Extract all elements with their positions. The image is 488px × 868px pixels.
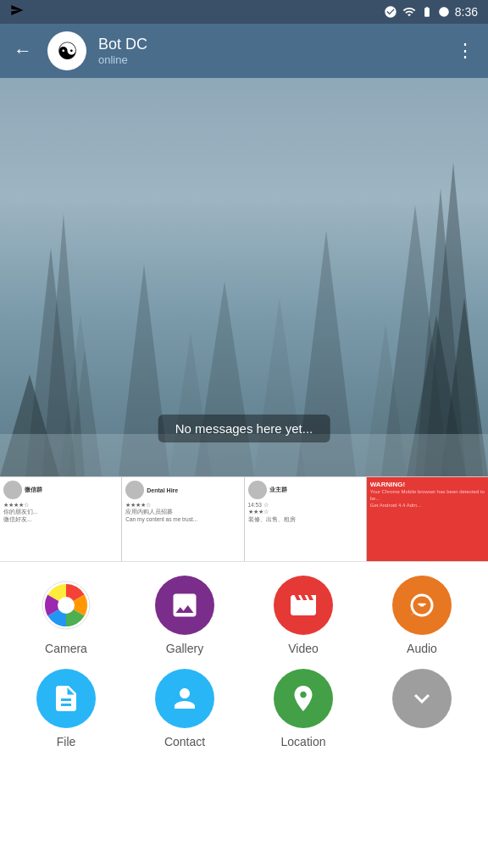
attach-contact[interactable]: Contact [125,669,244,748]
video-label: Video [288,642,319,655]
status-bar: 8:36 [0,0,488,24]
contact-icon-wrapper [155,669,214,728]
more-menu-button[interactable]: ⋮ [449,33,481,69]
location-icon-wrapper [274,669,333,728]
chat-name: Bot DC [98,36,441,53]
status-bar-left [10,3,24,20]
svg-point-0 [439,7,449,17]
chat-area: No messages here yet... [0,78,488,476]
chat-status: online [98,53,441,66]
header-info: Bot DC online [98,36,441,66]
attach-grid: Camera Gallery Video [0,576,488,755]
no-messages-text: No messages here yet... [158,415,330,442]
attach-video[interactable]: Video [244,576,363,655]
gallery-label: Gallery [166,642,203,655]
attach-gallery[interactable]: Gallery [125,576,244,655]
preview-item-4: WARNING! Your Chrome Mobile browser has … [367,477,488,561]
preview-strip: 微信群 ★★★★☆你的朋友们...微信好友... Dental Hire ★★★… [0,476,488,561]
camera-label: Camera [45,642,87,655]
status-time: 8:36 [455,5,478,19]
audio-icon-wrapper [392,576,452,635]
file-label: File [57,735,76,748]
back-button[interactable]: ← [7,33,39,69]
attach-location[interactable]: Location [244,669,363,748]
preview-avatar-2 [125,481,144,499]
preview-item-3: 业主群 14:53 ☆★★★☆装修、出售、租房 [245,477,367,561]
more-icon-wrapper [392,669,452,728]
preview-avatar-1 [3,481,22,499]
attach-camera[interactable]: Camera [7,576,125,655]
location-label: Location [281,735,326,748]
avatar: ☯ [47,31,86,70]
preview-avatar-3 [248,481,267,499]
preview-item-1: 微信群 ★★★★☆你的朋友们...微信好友... [0,477,122,561]
audio-label: Audio [407,642,437,655]
gallery-icon-wrapper [155,576,214,635]
chat-header: ← ☯ Bot DC online ⋮ [0,24,488,78]
svg-point-19 [58,597,75,614]
video-icon-wrapper [274,576,333,635]
attach-menu: Camera Gallery Video [0,561,488,762]
contact-label: Contact [164,735,205,748]
camera-icon-wrapper [36,576,96,635]
file-icon-wrapper [36,669,96,728]
attach-file[interactable]: File [7,669,125,748]
preview-item-2: Dental Hire ★★★★☆应用内购人员招募Can my content … [122,477,244,561]
status-bar-right: 8:36 [384,5,478,19]
attach-more[interactable] [363,669,481,748]
attach-audio[interactable]: Audio [363,576,481,655]
